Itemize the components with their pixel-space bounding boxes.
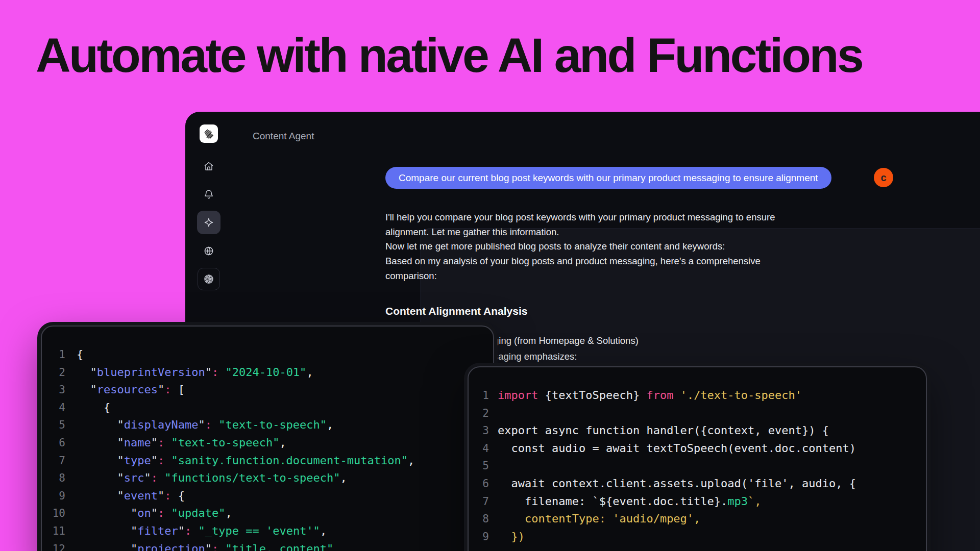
code-text: "filter": "_type == 'event'", bbox=[77, 522, 327, 540]
line-number: 4 bbox=[42, 399, 65, 417]
line-number: 9 bbox=[469, 528, 489, 546]
code-text: "on": "update", bbox=[77, 505, 232, 522]
user-message-bubble: Compare our current blog post keywords w… bbox=[385, 167, 831, 189]
js-code[interactable]: 1import {textToSpeech} from './text-to-s… bbox=[469, 387, 926, 545]
code-line: 1{ bbox=[42, 346, 493, 364]
line-number: 6 bbox=[469, 475, 489, 493]
assistant-line: Based on my analysis of your blog posts … bbox=[385, 254, 775, 269]
code-text: filename: `${event.doc.title}.mp3`, bbox=[498, 493, 762, 511]
line-number: 3 bbox=[42, 381, 65, 399]
code-line: 9 "event": { bbox=[42, 487, 493, 505]
code-line: 6 await context.client.assets.upload('fi… bbox=[469, 475, 926, 493]
sanity-logo-icon[interactable] bbox=[200, 124, 218, 143]
code-line: 7 filename: `${event.doc.title}.mp3`, bbox=[469, 493, 926, 511]
code-text: contentType: 'audio/mpeg', bbox=[498, 510, 700, 528]
line-number: 11 bbox=[42, 522, 65, 540]
code-text: { bbox=[77, 346, 83, 364]
clipped-text-line-2: saging emphasizes: bbox=[494, 351, 577, 362]
code-line: 8 contentType: 'audio/mpeg', bbox=[469, 510, 926, 528]
code-line: 2 "blueprintVersion": "2024-10-01", bbox=[42, 364, 493, 382]
line-number: 3 bbox=[469, 422, 489, 440]
code-line: 2 bbox=[469, 405, 926, 422]
assistant-line: alignment. Let me gather this informatio… bbox=[385, 225, 775, 240]
code-line: 10 "on": "update", bbox=[42, 505, 493, 522]
code-text: import {textToSpeech} from './text-to-sp… bbox=[498, 387, 802, 405]
line-number: 12 bbox=[42, 540, 65, 551]
code-text: "blueprintVersion": "2024-10-01", bbox=[77, 364, 313, 382]
code-text: export async function handler({context, … bbox=[498, 422, 829, 440]
line-number: 9 bbox=[42, 487, 65, 505]
line-number: 8 bbox=[42, 469, 65, 487]
line-number: 4 bbox=[469, 440, 489, 458]
code-text bbox=[498, 405, 504, 422]
code-line: 8 "src": "functions/text-to-speech", bbox=[42, 469, 493, 487]
code-line: 7 "type": "sanity.function.document-muta… bbox=[42, 452, 493, 470]
line-number: 1 bbox=[469, 387, 489, 405]
code-line: 6 "name": "text-to-speech", bbox=[42, 434, 493, 452]
code-line: 11 "filter": "_type == 'event'", bbox=[42, 522, 493, 540]
code-line: 12 "projection": "title, content" bbox=[42, 540, 493, 551]
line-number: 1 bbox=[42, 346, 65, 364]
globe-icon[interactable] bbox=[197, 239, 220, 263]
ai-sparkle-icon[interactable] bbox=[197, 211, 220, 234]
code-text: "name": "text-to-speech", bbox=[77, 434, 286, 452]
assistant-line: I'll help you compare your blog post key… bbox=[385, 210, 775, 225]
assistant-message: I'll help you compare your blog post key… bbox=[385, 210, 775, 284]
code-line: 4 const audio = await textToSpeech(event… bbox=[469, 440, 926, 458]
assistant-line: Now let me get more published blog posts… bbox=[385, 239, 775, 254]
analysis-heading: Content Alignment Analysis bbox=[385, 305, 527, 317]
code-text: }) bbox=[498, 528, 525, 546]
line-number: 2 bbox=[469, 405, 489, 422]
line-number: 7 bbox=[469, 493, 489, 511]
line-number: 2 bbox=[42, 364, 65, 382]
panel-title: Content Agent bbox=[253, 131, 314, 142]
code-line: 9 }) bbox=[469, 528, 926, 546]
line-number: 5 bbox=[469, 457, 489, 475]
code-line: 3export async function handler({context,… bbox=[469, 422, 926, 440]
line-number: 6 bbox=[42, 434, 65, 452]
code-text: "event": { bbox=[77, 487, 185, 505]
line-number: 10 bbox=[42, 505, 65, 522]
code-text: { bbox=[77, 399, 110, 417]
assistant-line: comparison: bbox=[385, 269, 775, 284]
code-line: 5 "displayName": "text-to-speech", bbox=[42, 416, 493, 434]
code-line: 5 bbox=[469, 457, 926, 475]
clipped-text-line-1: ging (from Homepage & Solutions) bbox=[494, 335, 639, 346]
hero-title: Automate with native AI and Functions bbox=[36, 28, 862, 82]
code-text: "projection": "title, content" bbox=[77, 540, 333, 551]
code-line: 3 "resources": [ bbox=[42, 381, 493, 399]
blueprint-json-editor-window: 1{2 "blueprintVersion": "2024-10-01",3 "… bbox=[41, 325, 494, 551]
code-text: "type": "sanity.function.document-mutati… bbox=[77, 452, 414, 470]
code-line: 4 { bbox=[42, 399, 493, 417]
code-line: 1import {textToSpeech} from './text-to-s… bbox=[469, 387, 926, 405]
code-text: "displayName": "text-to-speech", bbox=[77, 416, 333, 434]
code-text bbox=[498, 457, 504, 475]
line-number: 8 bbox=[469, 510, 489, 528]
line-number: 7 bbox=[42, 452, 65, 470]
code-text: "resources": [ bbox=[77, 381, 185, 399]
user-message-text: Compare our current blog post keywords w… bbox=[399, 172, 818, 184]
code-text: "src": "functions/text-to-speech", bbox=[77, 469, 347, 487]
bell-icon[interactable] bbox=[197, 183, 220, 206]
home-icon[interactable] bbox=[197, 155, 220, 178]
function-js-editor-window: 1import {textToSpeech} from './text-to-s… bbox=[468, 366, 927, 551]
json-code[interactable]: 1{2 "blueprintVersion": "2024-10-01",3 "… bbox=[42, 346, 493, 551]
code-text: await context.client.assets.upload('file… bbox=[498, 475, 856, 493]
code-text: const audio = await textToSpeech(event.d… bbox=[498, 440, 856, 458]
user-avatar[interactable]: c bbox=[874, 168, 893, 187]
line-number: 5 bbox=[42, 416, 65, 434]
media-reel-icon[interactable] bbox=[198, 268, 220, 290]
